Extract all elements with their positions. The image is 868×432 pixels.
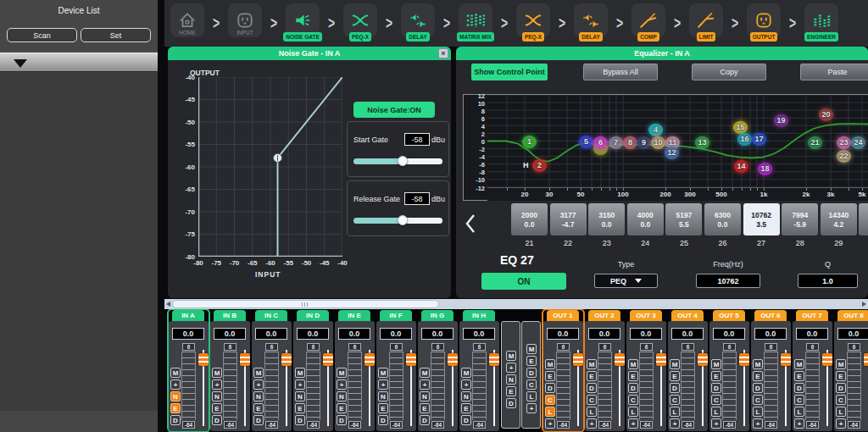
show-control-point-button[interactable]: Show Control Point (471, 64, 548, 80)
channel-button-m[interactable]: M (253, 368, 264, 378)
channel-button-m[interactable]: M (670, 359, 680, 369)
channel-button-e[interactable]: E (794, 371, 804, 381)
scroll-left-icon[interactable] (166, 302, 170, 307)
channel-button-e[interactable]: E (461, 403, 471, 413)
eq-control-point[interactable]: 18 (758, 163, 772, 175)
channel-button-d[interactable]: D (212, 415, 222, 425)
eq-control-point[interactable]: 10 (651, 136, 665, 149)
channel-button-+[interactable]: + (587, 418, 597, 429)
fader-handle[interactable] (448, 353, 458, 366)
toolbar-item-home[interactable]: HOME (168, 3, 207, 37)
channel-button-m[interactable]: M (337, 368, 347, 378)
channel-button-+[interactable]: + (836, 418, 846, 429)
channel-button-e[interactable]: E (337, 403, 347, 413)
channel-button-d[interactable]: D (461, 415, 471, 425)
scan-button[interactable]: Scan (7, 28, 77, 42)
channel-tab[interactable]: OUT 6 (754, 310, 787, 321)
channel-button-+[interactable]: + (253, 379, 264, 390)
channel-button-e[interactable]: E (420, 403, 430, 413)
fader-handle[interactable] (615, 353, 625, 366)
channel-button-c[interactable]: C (628, 395, 638, 405)
channel-gain-value[interactable]: 0.0 (588, 328, 620, 340)
channel-button-n[interactable]: N (461, 391, 471, 402)
channel-button-+[interactable]: + (170, 379, 181, 390)
eq-control-point[interactable]: 1 (522, 136, 537, 148)
toolbar-item-delay[interactable]: DELAY (398, 3, 437, 42)
channel-tab[interactable]: OUT 5 (713, 310, 745, 321)
fader-handle[interactable] (864, 353, 868, 366)
channel-button-+[interactable]: + (628, 418, 638, 429)
noise-gate-graph[interactable]: OUTPUT -40-45-50-55-60-65-70-75-80-80-75… (175, 65, 349, 292)
channel-button-m[interactable]: M (587, 359, 597, 369)
channel-button-+[interactable]: + (378, 379, 388, 390)
channel-button-e[interactable]: E (170, 403, 181, 413)
master-button-m[interactable]: M (506, 351, 516, 361)
eq-control-point[interactable]: 2 (532, 159, 547, 172)
equalizer-graph[interactable]: 121086420-2-4-6-8-10-12 12H4567891011121… (463, 94, 868, 201)
channel-tab[interactable]: IN H (463, 310, 495, 321)
eq-band-button[interactable]: 40000.0 (627, 203, 664, 235)
channel-button-d[interactable]: D (794, 383, 804, 393)
channel-button-+[interactable]: + (420, 379, 430, 390)
channel-button-e[interactable]: E (628, 371, 638, 381)
channel-button-m[interactable]: M (378, 368, 388, 378)
toolbar-item-engineer[interactable]: ENGINEER (802, 3, 841, 42)
start-gate-slider[interactable] (353, 158, 442, 164)
channel-button-+[interactable]: + (670, 418, 680, 429)
eq-band-button[interactable]: 51975.5 (665, 203, 702, 235)
toolbar-item-peq-x[interactable]: PEQ-X (341, 3, 380, 42)
channel-button-d[interactable]: D (295, 415, 305, 425)
channel-button-+[interactable]: + (794, 418, 804, 429)
channel-button-+[interactable]: + (461, 379, 471, 390)
channel-gain-value[interactable]: 0.0 (338, 328, 370, 340)
release-gate-slider-thumb[interactable] (398, 215, 408, 225)
fader-handle[interactable] (281, 353, 292, 366)
channel-button-m[interactable]: M (545, 359, 555, 369)
channel-button-l[interactable]: L (670, 407, 680, 417)
channel-button-e[interactable]: E (753, 371, 763, 381)
master-button-n[interactable]: N (506, 374, 516, 385)
channel-button-n[interactable]: N (420, 391, 430, 402)
fader-handle[interactable] (573, 353, 583, 366)
fader-handle[interactable] (198, 353, 209, 366)
channel-button-l[interactable]: L (628, 407, 638, 417)
channel-gain-value[interactable]: 0.0 (255, 328, 287, 340)
freq-field[interactable]: 10762 (696, 274, 760, 288)
master-button-e[interactable]: E (526, 356, 537, 366)
channel-button-m[interactable]: M (212, 368, 222, 378)
channel-button-m[interactable]: M (628, 359, 638, 369)
channel-button-c[interactable]: C (587, 395, 597, 405)
channel-button-d[interactable]: D (753, 383, 763, 393)
channel-gain-value[interactable]: 0.0 (713, 328, 745, 340)
channel-button-m[interactable]: M (836, 359, 846, 369)
channel-gain-value[interactable]: 0.0 (630, 328, 662, 340)
eq-band-button[interactable]: 31500.0 (588, 203, 625, 235)
release-gate-value[interactable]: -58 (404, 192, 430, 205)
toolbar-item-matrix-mix[interactable]: MATRIX MIX (456, 3, 495, 42)
channel-button-d[interactable]: D (420, 415, 430, 425)
channel-button-d[interactable]: D (587, 383, 597, 393)
eq-band-button[interactable]: 20000.0 (511, 203, 548, 235)
channel-button-d[interactable]: D (836, 383, 846, 393)
fader-handle[interactable] (822, 353, 832, 366)
channel-button-l[interactable]: L (753, 407, 763, 417)
channel-button-e[interactable]: E (295, 403, 305, 413)
channel-button-+[interactable]: + (545, 418, 555, 429)
q-field[interactable]: 1.0 (798, 274, 858, 288)
channel-button-n[interactable]: N (253, 391, 264, 402)
channel-gain-value[interactable]: 0.0 (214, 328, 246, 340)
eq-band-button[interactable] (859, 203, 868, 235)
channel-button-m[interactable]: M (711, 359, 721, 369)
channel-gain-value[interactable]: 0.0 (671, 328, 704, 340)
channel-tab[interactable]: IN C (255, 310, 287, 321)
channel-button-c[interactable]: C (753, 395, 763, 405)
start-gate-slider-thumb[interactable] (398, 156, 408, 166)
eq-control-point[interactable]: 14 (734, 160, 748, 173)
fader-handle[interactable] (489, 353, 499, 366)
channel-button-n[interactable]: N (295, 391, 305, 402)
eq-control-point[interactable]: 13 (695, 136, 709, 149)
channel-button-d[interactable]: D (628, 383, 638, 393)
channel-button-l[interactable]: L (587, 407, 597, 417)
scroll-right-icon[interactable] (862, 302, 866, 307)
scroll-bands-left-icon[interactable] (465, 213, 476, 237)
